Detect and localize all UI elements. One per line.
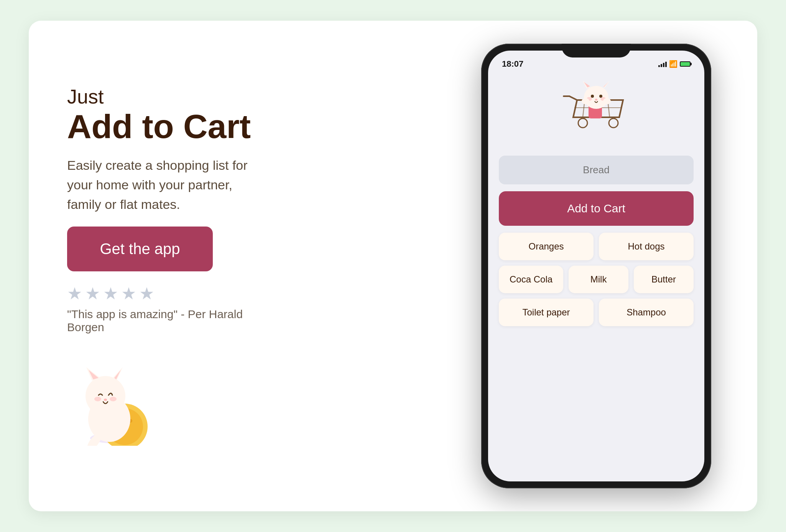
star-4: ★ [121,284,136,303]
svg-point-35 [595,99,597,100]
svg-point-16 [93,416,109,428]
svg-point-17 [118,413,130,423]
star-2: ★ [85,284,100,303]
headline-block: Just Add to Cart [67,85,274,143]
svg-point-20 [609,118,618,128]
battery-icon [680,61,691,67]
signal-icon [658,61,667,67]
description-text: Easily create a shopping list for your h… [67,156,266,214]
headline-main: Add to Cart [67,110,274,143]
star-3: ★ [103,284,118,303]
get-app-button[interactable]: Get the app [67,227,213,271]
svg-point-19 [578,118,587,128]
star-1: ★ [67,284,82,303]
stars-row: ★ ★ ★ ★ ★ [67,284,274,303]
headline-just: Just [67,85,274,108]
phone-frame: 18:07 📶 [481,44,711,488]
status-time: 18:07 [502,59,523,69]
suggestion-row-1: Oranges Hot dogs [499,233,694,260]
rating-section: ★ ★ ★ ★ ★ "This app is amazing" - Per Ha… [67,284,274,334]
wifi-icon: 📶 [669,60,677,68]
left-panel: Just Add to Cart Easily create a shoppin… [59,85,274,447]
suggestion-row-2: Coca Cola Milk Butter [499,266,694,293]
phone-notch [562,44,631,57]
svg-point-37 [603,98,611,104]
suggestions-container: Oranges Hot dogs Coca Cola Milk Butter T… [499,233,694,326]
cat-mooncake-illustration [67,346,274,447]
svg-point-31 [591,95,594,98]
suggestion-row-3: Toilet paper Shampoo [499,299,694,326]
status-icons: 📶 [658,60,691,68]
right-panel: 18:07 📶 [466,44,727,488]
chip-hotdogs[interactable]: Hot dogs [599,233,694,260]
svg-point-14 [110,397,117,401]
svg-point-26 [584,86,608,109]
chip-butter[interactable]: Butter [634,266,694,293]
phone-screen: 18:07 📶 [488,51,704,481]
add-to-cart-button[interactable]: Add to Cart [499,191,694,226]
star-5: ★ [139,284,154,303]
chip-cocacola[interactable]: Coca Cola [499,266,563,293]
main-card: Just Add to Cart Easily create a shoppin… [29,21,757,511]
chip-milk[interactable]: Milk [569,266,628,293]
review-text: "This app is amazing" - Per Harald Borge… [67,308,274,334]
svg-marker-30 [603,82,608,87]
phone-content: Add to Cart Oranges Hot dogs Coca Cola M… [488,72,704,481]
mascot-illustration [554,76,638,149]
svg-point-15 [104,399,107,401]
svg-point-8 [86,376,125,416]
chip-toilet-paper[interactable]: Toilet paper [499,299,594,326]
search-input[interactable] [499,156,694,184]
svg-point-13 [94,397,101,401]
svg-point-36 [582,98,589,104]
chip-oranges[interactable]: Oranges [499,233,594,260]
chip-shampoo[interactable]: Shampoo [599,299,694,326]
